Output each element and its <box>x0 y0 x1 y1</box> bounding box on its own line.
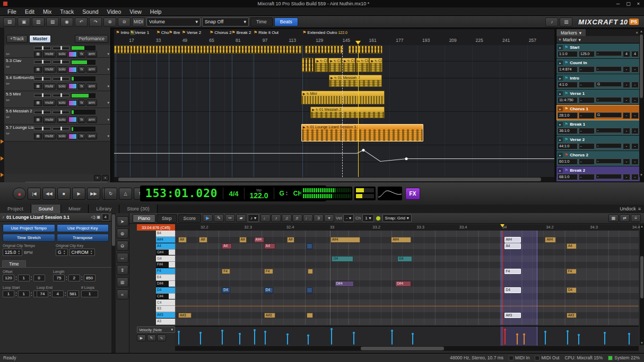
marker-key-field[interactable]: G <box>596 112 622 118</box>
fx-button[interactable]: fx <box>78 117 85 123</box>
solo-button[interactable]: solo <box>57 66 68 73</box>
scrollbar-thumb[interactable] <box>118 178 541 181</box>
clip-clav[interactable]: ▶↻Clav <box>315 58 328 72</box>
marker-key-field[interactable]: - <box>596 158 622 164</box>
marker-play-icon[interactable]: ▸ <box>558 76 563 81</box>
menu-item-mix[interactable]: Mix <box>39 8 56 15</box>
vel-play-icon[interactable]: ▶ <box>137 334 146 341</box>
midi-note-a4[interactable]: A4 <box>567 243 577 249</box>
redo-icon[interactable]: ↷ <box>89 17 102 27</box>
midi-activity-icon[interactable]: MIDI <box>132 17 145 27</box>
undock-button[interactable]: Undock <box>620 206 636 211</box>
timeline-marker-ride-it-out[interactable]: ⚑Ride it Out <box>254 30 279 35</box>
go-to-start-button[interactable]: |◀ <box>28 188 41 200</box>
fx-button[interactable]: FX <box>405 188 420 200</box>
chevron-down-icon[interactable]: ▾ <box>107 101 109 105</box>
velocity-stem[interactable] <box>265 333 266 345</box>
playhead-marker-icon[interactable] <box>355 41 361 45</box>
waveform-color-chip[interactable] <box>68 117 77 122</box>
marker-tempo-field[interactable]: 125.0 <box>579 51 595 57</box>
track-header-5-6[interactable]: 5.6 Messiah 2✎▦mutesolofxarm▾ <box>4 108 110 125</box>
volume-slider[interactable] <box>34 60 51 64</box>
midi-note-ds4[interactable]: D#4 <box>395 281 411 287</box>
add-lane-button[interactable]: + <box>94 175 101 181</box>
arm-button[interactable]: arm <box>86 117 97 123</box>
midi-note-as3[interactable]: A#3 <box>504 313 521 319</box>
tab-project[interactable]: Project <box>0 205 31 213</box>
marker-sig-den-field[interactable]: - <box>631 66 639 73</box>
chevron-down-icon[interactable]: ▾ <box>107 84 109 89</box>
v-zoom-tool-icon[interactable]: ⇕ <box>117 265 128 275</box>
marker-position-field[interactable]: 11:4:750 <box>558 97 578 103</box>
marker-play-icon[interactable]: ▸ <box>558 122 563 127</box>
maximize-button[interactable]: ▢ <box>626 1 631 6</box>
marker-key-field[interactable]: - <box>596 51 622 56</box>
mute-button[interactable]: mute <box>43 66 56 73</box>
midi-note[interactable] <box>307 287 312 293</box>
pencil-icon[interactable]: ✎ <box>5 96 12 103</box>
tempo-display[interactable]: 122.0 <box>250 192 268 199</box>
midi-note-f4[interactable]: F4 <box>567 269 577 275</box>
arrow-tool-icon[interactable]: ➤ <box>117 216 128 226</box>
marker-key-field[interactable]: - <box>596 174 622 179</box>
midi-note-d4[interactable]: D4 <box>504 287 521 293</box>
midi-note-as4[interactable]: A#4 <box>330 237 360 243</box>
keyboard-icon[interactable]: ▦ <box>34 117 42 122</box>
clip-play-icon[interactable]: ▶ <box>316 59 319 63</box>
zoom-in-icon[interactable]: ⊕ <box>103 17 116 27</box>
velocity-stem[interactable] <box>517 335 518 345</box>
midi-note-f4[interactable]: F4 <box>504 269 521 275</box>
marker-position-field[interactable]: 1:1:0 <box>558 51 578 57</box>
piano-roll-vscrollbar[interactable]: ▲ ▼ <box>640 224 644 345</box>
note-value-button-3[interactable]: ♬ <box>292 214 302 222</box>
time-tab[interactable]: Time <box>2 260 26 267</box>
midi-note-d4[interactable]: D4 <box>567 287 577 293</box>
marker-key-field[interactable]: - <box>596 128 622 133</box>
add-marker-button[interactable]: + <box>559 37 561 42</box>
piano-key-gs4[interactable]: G#4 <box>156 250 175 256</box>
waveform-color-chip[interactable] <box>68 83 77 89</box>
marker-tempo-field[interactable]: - <box>579 66 595 73</box>
clip-loop-icon[interactable]: ↻ <box>375 59 377 63</box>
undo-icon[interactable]: ↶ <box>75 17 88 27</box>
track-header-5-3[interactable]: 5.3 Clav✎▦mutesolofxarm▾ <box>4 58 110 75</box>
marker-position-field[interactable]: 68:1:0 <box>558 174 578 180</box>
metronome-button[interactable]: △ <box>119 188 132 200</box>
loop-start-field[interactable]: 1: 1: 0 <box>3 290 37 297</box>
marker-play-icon[interactable]: ▸ <box>558 60 563 65</box>
save-icon[interactable]: ▥ <box>32 17 45 27</box>
arm-button[interactable]: arm <box>86 133 97 139</box>
mute-button[interactable]: mute <box>43 100 56 106</box>
velocity-stem[interactable] <box>178 333 179 345</box>
tab-score[interactable]: Score <box>178 214 202 223</box>
velocity-lane[interactable] <box>175 326 639 346</box>
piano-key-a4[interactable]: A4 <box>156 243 175 250</box>
marker-sig-den-field[interactable]: - <box>631 174 639 180</box>
clip-loop-icon[interactable]: ↻ <box>306 92 309 95</box>
collapse-handle-icon[interactable] <box>1 173 4 177</box>
pan-slider[interactable] <box>53 94 69 97</box>
stepper-icon[interactable]: ▲▼ <box>18 250 20 255</box>
marker-sig-num-field[interactable]: - <box>623 143 630 149</box>
velocity-stem[interactable] <box>239 335 240 345</box>
fx-button[interactable]: fx <box>78 83 85 90</box>
midi-note-g4[interactable]: G4 <box>332 256 353 262</box>
mute-button[interactable]: mute <box>43 51 56 57</box>
clip-loop-icon[interactable]: ↻ <box>316 108 318 111</box>
chevron-down-icon[interactable]: ▾ <box>578 37 580 42</box>
marker-sig-den-field[interactable]: - <box>631 112 639 119</box>
marker-tempo-field[interactable]: - <box>579 174 595 180</box>
menu-item-track[interactable]: Track <box>56 8 78 15</box>
time-signature-display[interactable]: 4/4 <box>229 190 238 198</box>
arrangement-hscrollbar[interactable] <box>114 177 554 182</box>
arm-button[interactable]: arm <box>86 51 97 57</box>
clip-pattern[interactable] <box>302 58 314 72</box>
piano-key-as4[interactable]: A#4 <box>156 237 175 243</box>
new-project-icon[interactable]: ▤ <box>3 17 16 27</box>
marker-play-icon[interactable]: ▸ <box>558 153 563 157</box>
automation-point[interactable] <box>405 157 408 160</box>
vel-curve-icon[interactable]: ∿ <box>157 334 166 341</box>
marker-row-verse-1[interactable]: ▸⚑Verse 111:4:750---- <box>556 90 640 105</box>
time-stretch-button[interactable]: Time Stretch <box>3 234 55 242</box>
clip-play-icon[interactable]: ▶ <box>303 125 306 129</box>
